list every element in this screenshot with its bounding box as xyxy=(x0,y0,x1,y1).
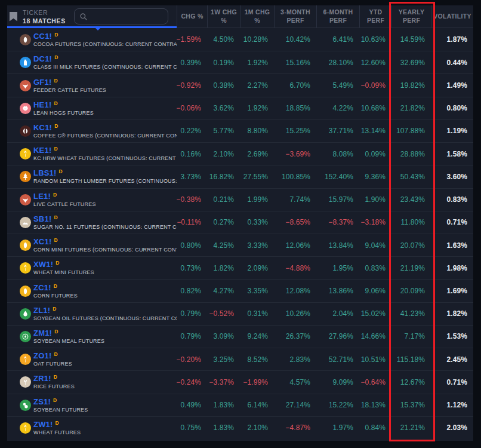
column-header-1w-chg-[interactable]: 1W CHG % xyxy=(207,5,240,27)
delayed-data-badge: D xyxy=(54,374,57,380)
ticker-info: ZW1!D WHEAT FUTURES xyxy=(33,421,81,435)
table-row[interactable]: XW1!D WHEAT MINI FUTURES 0.73%1.82%2.09%… xyxy=(7,256,473,279)
delayed-data-badge: D xyxy=(54,283,57,289)
column-header-ytd-perf[interactable]: YTD PERF xyxy=(359,5,391,27)
ticker-symbol[interactable]: GF1! xyxy=(33,78,51,87)
ticker-description: KC HRW WHEAT FUTURES (CONTINUOUS: CURREN… xyxy=(33,155,177,161)
column-header-3-month-perf[interactable]: 3-MONTH PERF xyxy=(274,5,316,27)
volatility-value: 0.71% xyxy=(431,211,473,234)
column-header-1m-chg-[interactable]: 1M CHG % xyxy=(240,5,274,27)
table-row[interactable]: SB1!D SUGAR NO. 11 FUTURES (CONTINUOUS: … xyxy=(7,211,473,234)
search-input[interactable] xyxy=(91,12,163,22)
ticker-symbol[interactable]: XW1! xyxy=(33,260,53,269)
perf-value: 15.25% xyxy=(274,120,316,142)
table-row[interactable]: ZR1!D RICE FUTURES −0.24%−3.37%−1.99%4.5… xyxy=(7,370,473,393)
ticker-cell[interactable]: ZS1!D SOYBEAN FUTURES xyxy=(7,394,177,416)
column-header-chg-[interactable]: CHG % xyxy=(177,5,207,27)
ticker-cell[interactable]: ZM1!D SOYBEAN MEAL FUTURES xyxy=(7,326,177,348)
ticker-symbol[interactable]: ZS1! xyxy=(33,397,51,406)
delayed-data-badge: D xyxy=(54,329,58,335)
table-row[interactable]: ZS1!D SOYBEAN FUTURES 0.49%1.83%6.14%27.… xyxy=(7,394,473,416)
ticker-cell[interactable]: XW1!D WHEAT MINI FUTURES xyxy=(7,257,177,279)
volatility-value: 1.98% xyxy=(431,257,473,279)
ticker-description: COCOA FUTURES (CONTINUOUS: CURRENT CONTR… xyxy=(33,41,177,47)
table-row[interactable]: GF1!D FEEDER CATTLE FUTURES −0.92%0.38%2… xyxy=(7,73,473,96)
perf-value: 2.27% xyxy=(240,74,274,96)
column-headers: CHG %1W CHG %1M CHG %3-MONTH PERF6-MONTH… xyxy=(177,5,473,27)
ticker-symbol[interactable]: ZM1! xyxy=(33,329,52,337)
ticker-cell[interactable]: CC1!D COCOA FUTURES (CONTINUOUS: CURRENT… xyxy=(7,28,177,51)
table-row[interactable]: KC1!D COFFEE C® FUTURES (CONTINUOUS: CUR… xyxy=(7,119,473,142)
ticker-symbol[interactable]: XC1! xyxy=(33,237,51,246)
ticker-symbol[interactable]: ZC1! xyxy=(33,283,51,292)
table-row[interactable]: KE1!D KC HRW WHEAT FUTURES (CONTINUOUS: … xyxy=(7,142,473,165)
ticker-cell[interactable]: KC1!D COFFEE C® FUTURES (CONTINUOUS: CUR… xyxy=(7,120,177,142)
ticker-cell[interactable]: LE1!D LIVE CATTLE FUTURES xyxy=(7,189,177,211)
perf-value: 5.49% xyxy=(316,74,359,96)
ticker-symbol[interactable]: CC1! xyxy=(33,32,52,41)
table-row[interactable]: LBS1!D RANDOM LENGTH LUMBER FUTURES (CON… xyxy=(7,165,473,188)
delayed-data-badge: D xyxy=(56,260,59,266)
delayed-data-badge: D xyxy=(54,54,58,60)
ticker-symbol[interactable]: ZL1! xyxy=(33,306,50,315)
perf-value: 14.59% xyxy=(391,28,431,51)
ticker-symbol[interactable]: ZO1! xyxy=(33,351,51,360)
volatility-value: 3.60% xyxy=(431,165,473,188)
ticker-cell[interactable]: ZC1!D CORN FUTURES xyxy=(7,280,177,302)
table-row[interactable]: ZO1!D OAT FUTURES −0.20%3.25%8.52%2.83%5… xyxy=(7,348,473,370)
perf-value: 107.88% xyxy=(391,120,431,142)
ticker-cell[interactable]: LBS1!D RANDOM LENGTH LUMBER FUTURES (CON… xyxy=(7,165,177,188)
perf-value: 15.97% xyxy=(316,189,359,211)
perf-value: 9.06% xyxy=(359,280,391,302)
ticker-symbol[interactable]: LE1! xyxy=(33,192,51,201)
ticker-symbol[interactable]: ZW1! xyxy=(33,420,53,429)
perf-value: 0.19% xyxy=(207,51,240,73)
ticker-cell[interactable]: HE1!D LEAN HOGS FUTURES xyxy=(7,97,177,119)
perf-value: 0.27% xyxy=(207,211,240,234)
ticker-cell[interactable]: XC1!D CORN MINI FUTURES (CONTINUOUS: CUR… xyxy=(7,234,177,256)
search-box[interactable] xyxy=(74,8,168,24)
ticker-column-header[interactable]: TICKER 18 MATCHES xyxy=(7,5,177,27)
ticker-cell[interactable]: ZW1!D WHEAT FUTURES xyxy=(7,417,177,439)
ticker-symbol[interactable]: KE1! xyxy=(33,146,51,155)
perf-value: 2.10% xyxy=(240,417,274,439)
table-row[interactable]: LE1!D LIVE CATTLE FUTURES −0.38%0.21%1.9… xyxy=(7,188,473,211)
ticker-cell[interactable]: ZO1!D OAT FUTURES xyxy=(7,348,177,370)
volatility-value: 1.58% xyxy=(431,143,473,165)
ticker-description: RICE FUTURES xyxy=(33,383,75,389)
delayed-data-badge: D xyxy=(54,78,57,84)
column-header-volatility[interactable]: VOLATILITY xyxy=(431,5,473,27)
ticker-symbol[interactable]: SB1! xyxy=(33,214,51,223)
table-row[interactable]: ZL1!D SOYBEAN OIL FUTURES (CONTINUOUS: C… xyxy=(7,302,473,325)
ticker-cell[interactable]: SB1!D SUGAR NO. 11 FUTURES (CONTINUOUS: … xyxy=(7,211,177,234)
ticker-description: OAT FUTURES xyxy=(33,361,72,367)
ticker-symbol[interactable]: DC1! xyxy=(33,54,52,63)
ticker-cell[interactable]: ZL1!D SOYBEAN OIL FUTURES (CONTINUOUS: C… xyxy=(7,303,177,325)
ticker-description: WHEAT MINI FUTURES xyxy=(33,269,94,275)
perf-value: 1.95% xyxy=(316,257,359,279)
ticker-symbol[interactable]: LBS1! xyxy=(33,168,57,177)
perf-value: 0.79% xyxy=(177,326,207,348)
table-row[interactable]: DC1!D CLASS III MILK FUTURES (CONTINUOUS… xyxy=(7,51,473,73)
table-row[interactable]: HE1!D LEAN HOGS FUTURES −0.06%3.62%1.92%… xyxy=(7,97,473,119)
table-row[interactable]: ZM1!D SOYBEAN MEAL FUTURES 0.79%3.09%9.2… xyxy=(7,325,473,348)
ticker-cell[interactable]: KE1!D KC HRW WHEAT FUTURES (CONTINUOUS: … xyxy=(7,143,177,165)
table-row[interactable]: XC1!D CORN MINI FUTURES (CONTINUOUS: CUR… xyxy=(7,234,473,256)
ticker-symbol[interactable]: ZR1! xyxy=(33,374,51,383)
table-row[interactable]: ZC1!D CORN FUTURES 0.82%4.27%3.35%12.08%… xyxy=(7,279,473,302)
perf-value: 21.82% xyxy=(391,97,431,119)
table-row[interactable]: ZW1!D WHEAT FUTURES 0.75%1.83%2.10%−4.87… xyxy=(7,416,473,439)
table-row[interactable]: CC1!D COCOA FUTURES (CONTINUOUS: CURRENT… xyxy=(7,28,473,51)
ticker-description: LIVE CATTLE FUTURES xyxy=(33,201,96,207)
column-header-6-month-perf[interactable]: 6-MONTH PERF xyxy=(316,5,359,27)
ticker-info: ZM1!D SOYBEAN MEAL FUTURES xyxy=(33,329,104,344)
ticker-info: ZS1!D SOYBEAN FUTURES xyxy=(33,398,88,413)
ticker-symbol[interactable]: KC1! xyxy=(33,123,52,132)
column-header-yearly-perf[interactable]: YEARLY PERF xyxy=(391,5,431,27)
perf-value: 4.57% xyxy=(274,371,316,393)
ticker-cell[interactable]: ZR1!D RICE FUTURES xyxy=(7,371,177,393)
ticker-symbol[interactable]: HE1! xyxy=(33,100,51,109)
delayed-data-badge: D xyxy=(54,146,57,152)
ticker-cell[interactable]: DC1!D CLASS III MILK FUTURES (CONTINUOUS… xyxy=(7,51,177,73)
ticker-cell[interactable]: GF1!D FEEDER CATTLE FUTURES xyxy=(7,74,177,96)
